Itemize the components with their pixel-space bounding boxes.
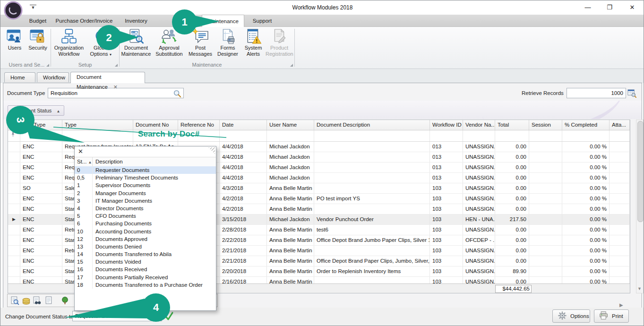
status-code: 14 xyxy=(75,250,93,258)
column-header-atta-[interactable]: Atta... xyxy=(610,120,630,130)
status-list-item[interactable]: 0Requester Documents xyxy=(75,166,216,174)
dialog-launcher-icon[interactable] xyxy=(46,64,49,67)
print-button[interactable]: Print xyxy=(594,309,629,323)
grid-filter-row[interactable] xyxy=(8,130,630,142)
cell-date: 3/15/2018 xyxy=(220,214,267,224)
scrollbar-thumb[interactable] xyxy=(637,121,644,222)
change-status-label: Change Document Status to xyxy=(5,314,73,319)
column-header-user-name[interactable]: User Name xyxy=(267,120,314,130)
status-list-item[interactable]: 18Documents Transferred to a Purchase Or… xyxy=(75,281,216,289)
forms-designer-button[interactable]: Forms Designer xyxy=(215,28,241,57)
status-list-item[interactable]: 2Manager Documents xyxy=(75,189,216,197)
doc-tab-workflow-[interactable]: Workflow - xyxy=(37,72,69,82)
system-alerts-button[interactable]: System Alerts xyxy=(242,28,265,57)
status-list-item[interactable]: 0,5Preliminary Timesheet Documents xyxy=(75,174,216,181)
column-header-document-no[interactable]: Document No xyxy=(133,120,178,130)
dialog-launcher-icon[interactable] xyxy=(290,64,293,67)
row-indicator xyxy=(8,266,20,276)
column-header-date[interactable]: Date xyxy=(220,120,267,130)
doc-tab-home-page[interactable]: Home Page xyxy=(4,72,35,82)
filter-cell[interactable] xyxy=(529,130,562,141)
cell-date: 4/4/2018 xyxy=(220,152,267,162)
status-list-item[interactable]: 17Documents Partially Received xyxy=(75,274,216,281)
status-list-item[interactable]: 12Documents Approved xyxy=(75,235,216,243)
ribbon-tab-purchase-order-invoice[interactable]: Purchase Order/Invoice xyxy=(55,15,113,27)
ribbon-tab-support[interactable]: Support xyxy=(247,15,277,27)
status-list-item[interactable]: 13Documents Denied xyxy=(75,243,216,250)
ribbon-button-label: Approval Substitution xyxy=(155,45,182,57)
popup-resize-grip[interactable] xyxy=(208,147,215,154)
cell-attach xyxy=(610,235,630,245)
popup-status-column-header[interactable]: St...▲ xyxy=(75,157,93,167)
doc-tab-document-maintenance[interactable]: Document Maintenance✕ xyxy=(70,72,145,83)
post-messages-icon xyxy=(192,28,208,44)
document-icon[interactable] xyxy=(44,296,53,305)
filter-cell[interactable] xyxy=(62,130,133,141)
status-code: 0,5 xyxy=(75,174,93,181)
status-list-item[interactable]: 16Documents Received xyxy=(75,266,216,273)
popup-description-column-header[interactable]: Description xyxy=(93,157,123,167)
minimize-button[interactable]: — xyxy=(580,2,596,13)
status-list-item[interactable]: 6Purchasing Documents xyxy=(75,220,216,227)
column-header-session[interactable]: Session xyxy=(529,120,562,130)
status-list-item[interactable]: 1Supervisor Documents xyxy=(75,181,216,189)
status-code: 6 xyxy=(75,220,93,227)
ribbon-tab-maintenance[interactable]: Maintenance xyxy=(202,15,244,27)
cell-workflow_id: 103 xyxy=(430,266,463,276)
column-header-document-description[interactable]: Document Description xyxy=(314,120,430,130)
column-header-type[interactable]: Type xyxy=(62,120,133,130)
filter-cell[interactable] xyxy=(495,130,529,141)
restore-button[interactable]: ❐ xyxy=(601,2,618,13)
column-header-workflow-id[interactable]: Workflow ID xyxy=(430,120,463,130)
status-list-item[interactable]: 5CFO Documents xyxy=(75,212,216,220)
filter-cell[interactable] xyxy=(562,130,610,141)
cell-workflow_id: 103 xyxy=(430,194,463,204)
retrieve-records-icon[interactable] xyxy=(627,89,636,98)
app-window: ▼ Workflow Modules 2018 — ❐ ✕ BudgetPurc… xyxy=(0,0,644,326)
row-indicator xyxy=(8,152,20,162)
status-list-item[interactable]: 3IT Manager Documents xyxy=(75,197,216,205)
money-icon[interactable] xyxy=(22,296,31,305)
tab-close-icon[interactable]: ✕ xyxy=(113,84,118,90)
ribbon-tab-budget[interactable]: Budget xyxy=(24,15,52,27)
status-list-item[interactable]: 4Director Documents xyxy=(75,205,216,212)
filter-cell[interactable] xyxy=(267,130,314,141)
status-list-item[interactable]: 15Documents Voided xyxy=(75,258,216,266)
column-header-vendor-na-[interactable]: Vendor Na... xyxy=(463,120,495,130)
cell-attach xyxy=(610,225,630,235)
find-document-icon[interactable] xyxy=(33,296,42,305)
filter-cell[interactable] xyxy=(610,130,630,141)
tree-icon[interactable] xyxy=(60,296,69,305)
filter-cell[interactable] xyxy=(463,130,495,141)
users-button[interactable]: Users xyxy=(4,28,25,51)
filter-cell[interactable] xyxy=(314,130,430,141)
organization-workflow-button[interactable]: Organization Workflow xyxy=(53,28,85,57)
filter-cell[interactable] xyxy=(220,130,267,141)
cell-user_name: Michael Jackdon xyxy=(267,214,314,224)
security-button[interactable]: Security xyxy=(26,28,50,51)
search-icon[interactable] xyxy=(173,89,181,98)
ribbon-tab-inventory[interactable]: Inventory xyxy=(117,15,155,27)
filter-cell[interactable] xyxy=(430,130,463,141)
zoom-document-icon[interactable] xyxy=(10,296,19,305)
popup-close-icon[interactable]: ✕ xyxy=(78,148,83,155)
selected-row-indicator: ▶ xyxy=(8,214,20,224)
app-logo-icon[interactable] xyxy=(4,1,23,20)
options-button[interactable]: Options xyxy=(552,309,590,323)
column-header-reference-no[interactable]: Reference No xyxy=(178,120,220,130)
close-button[interactable]: ✕ xyxy=(624,2,640,13)
cell-total: 89.90 xyxy=(495,266,529,276)
status-list-item[interactable]: 10Accounting Documents xyxy=(75,228,216,235)
status-description: Manager Documents xyxy=(93,189,146,197)
retrieve-records-input[interactable]: 1000 xyxy=(567,88,626,98)
status-list-item[interactable]: 14Documents Transferred to Abila xyxy=(75,250,216,258)
row-indicator xyxy=(8,246,20,256)
cell-attach xyxy=(610,152,630,162)
column-header--completed[interactable]: % Completed xyxy=(562,120,610,130)
vertical-scrollbar[interactable]: ▼ xyxy=(636,120,644,293)
scroll-down-icon[interactable]: ▼ xyxy=(637,286,642,291)
dialog-launcher-icon[interactable] xyxy=(115,64,118,67)
document-maintenance-button[interactable]: Document Maintenance xyxy=(121,28,151,57)
column-header-total[interactable]: Total xyxy=(495,120,529,130)
scroll-right-icon[interactable]: ▶ xyxy=(619,302,623,308)
